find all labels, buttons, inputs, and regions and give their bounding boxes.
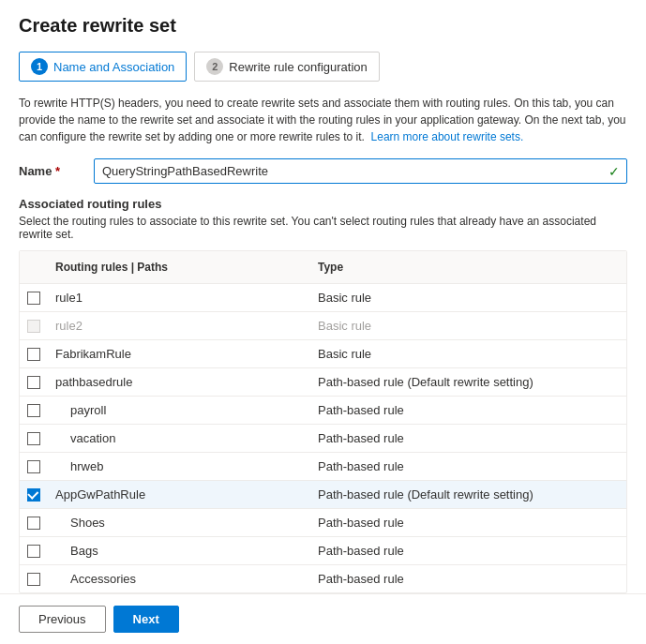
learn-more-link[interactable]: Learn more about rewrite sets. — [371, 130, 524, 143]
previous-button[interactable]: Previous — [19, 606, 106, 633]
row11-checkbox[interactable] — [27, 573, 40, 586]
checkbox-cell — [20, 285, 48, 311]
row4-name: pathbasedrule — [48, 368, 310, 396]
table-row: pathbasedrule Path-based rule (Default r… — [20, 368, 626, 397]
col-name: Routing rules | Paths — [48, 257, 310, 277]
row10-name: Bags — [48, 537, 310, 564]
row2-name: rule2 — [48, 312, 310, 339]
routing-section-title: Associated routing rules — [19, 197, 627, 211]
page-title: Create rewrite set — [19, 15, 627, 37]
tab-name-association[interactable]: 1 Name and Association — [19, 52, 187, 82]
footer: Previous Next — [0, 593, 646, 644]
tab2-label: Rewrite rule configuration — [229, 60, 367, 74]
tab1-label: Name and Association — [53, 60, 174, 74]
row2-type: Basic rule — [310, 312, 626, 339]
col-checkbox — [20, 257, 48, 277]
tab1-number: 1 — [31, 58, 48, 75]
row4-checkbox[interactable] — [27, 376, 40, 389]
tab2-number: 2 — [206, 58, 223, 75]
name-form-row: Name * ✓ — [19, 158, 627, 184]
table-row: hrweb Path-based rule — [20, 453, 626, 481]
table-row: rule2 Basic rule — [20, 312, 626, 340]
table-header: Routing rules | Paths Type — [20, 251, 626, 284]
routing-rules-table: Routing rules | Paths Type rule1 Basic r… — [19, 250, 627, 593]
row9-type: Path-based rule — [310, 509, 626, 536]
checkbox-cell — [20, 369, 48, 396]
row10-checkbox[interactable] — [27, 545, 40, 558]
table-row: Accessories Path-based rule — [20, 565, 626, 592]
name-label: Name * — [19, 164, 94, 178]
checkbox-cell — [20, 510, 48, 536]
row1-name: rule1 — [48, 284, 310, 311]
row2-checkbox — [27, 320, 40, 333]
checkbox-cell — [20, 538, 48, 564]
checkbox-cell — [20, 397, 48, 424]
row10-type: Path-based rule — [310, 537, 626, 564]
checkbox-cell — [20, 313, 48, 339]
table-row: AppGwPathRule Path-based rule (Default r… — [20, 481, 626, 509]
row1-type: Basic rule — [310, 284, 626, 311]
row3-type: Basic rule — [310, 340, 626, 367]
tab-rewrite-rule[interactable]: 2 Rewrite rule configuration — [194, 52, 379, 82]
table-row: vacation Path-based rule — [20, 425, 626, 453]
row5-type: Path-based rule — [310, 397, 626, 424]
row9-name: Shoes — [48, 509, 310, 536]
name-input[interactable] — [94, 158, 627, 184]
checkbox-cell — [20, 454, 48, 480]
row5-checkbox[interactable] — [27, 404, 40, 417]
description-text: To rewrite HTTP(S) headers, you need to … — [19, 95, 627, 145]
row1-checkbox[interactable] — [27, 292, 40, 305]
col-type: Type — [310, 257, 626, 277]
row11-name: Accessories — [48, 565, 310, 592]
row7-checkbox[interactable] — [27, 460, 40, 473]
checkbox-cell — [20, 482, 48, 508]
checkbox-cell — [20, 426, 48, 452]
name-input-wrapper: ✓ — [94, 158, 627, 184]
checkbox-cell — [20, 566, 48, 592]
row4-type: Path-based rule (Default rewrite setting… — [310, 368, 626, 396]
checkbox-cell — [20, 341, 48, 367]
row11-type: Path-based rule — [310, 565, 626, 592]
row6-checkbox[interactable] — [27, 432, 40, 445]
row6-type: Path-based rule — [310, 425, 626, 452]
row9-checkbox[interactable] — [27, 517, 40, 530]
row3-name: FabrikamRule — [48, 340, 310, 367]
row5-name: payroll — [48, 397, 310, 424]
row3-checkbox[interactable] — [27, 348, 40, 361]
required-indicator: * — [55, 164, 60, 178]
row7-name: hrweb — [48, 453, 310, 480]
row8-name: AppGwPathRule — [48, 481, 310, 508]
table-row: Shoes Path-based rule — [20, 509, 626, 537]
table-row: Bags Path-based rule — [20, 537, 626, 565]
table-row: rule1 Basic rule — [20, 284, 626, 312]
valid-check-icon: ✓ — [608, 164, 620, 179]
row8-checkbox[interactable] — [27, 488, 40, 502]
table-row: payroll Path-based rule — [20, 397, 626, 425]
row8-type: Path-based rule (Default rewrite setting… — [310, 481, 626, 508]
routing-section-desc: Select the routing rules to associate to… — [19, 215, 627, 241]
table-row: FabrikamRule Basic rule — [20, 340, 626, 368]
next-button[interactable]: Next — [113, 606, 179, 633]
tabs-row: 1 Name and Association 2 Rewrite rule co… — [19, 52, 627, 82]
row6-name: vacation — [48, 425, 310, 452]
row7-type: Path-based rule — [310, 453, 626, 480]
